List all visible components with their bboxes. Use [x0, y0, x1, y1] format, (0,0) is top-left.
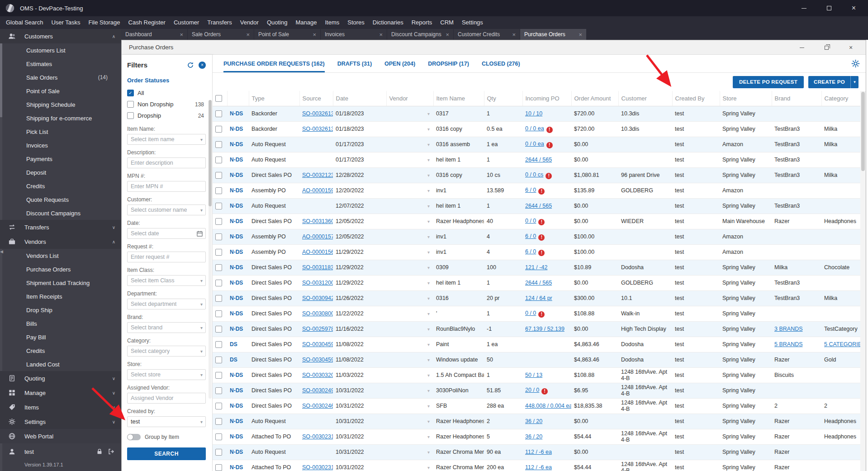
sidebar-item-deposit[interactable]: Deposit — [0, 166, 121, 179]
incoming-po-link[interactable]: 124 / 64 pr — [525, 295, 552, 301]
table-scrollbar[interactable] — [860, 91, 866, 471]
vendor-dropdown-icon[interactable]: ▾ — [427, 173, 431, 178]
row-checkbox[interactable] — [215, 403, 222, 409]
incoming-po-link[interactable]: 6 / 0 — [525, 248, 536, 255]
source-link[interactable]: SO-0031200 — [302, 280, 333, 286]
menu-settings[interactable]: Settings — [458, 16, 487, 29]
sidebar-item-customers-list[interactable]: Customers List — [0, 43, 121, 57]
column-header-customer[interactable]: Customer — [618, 91, 672, 106]
sidebar-item-quote-requests[interactable]: Quote Requests — [0, 193, 121, 206]
filter-input-item-name[interactable]: Select item name▾ — [127, 134, 206, 145]
close-button[interactable]: × — [841, 0, 866, 16]
sidebar-item-pay-bill[interactable]: Pay Bill — [0, 330, 121, 344]
vendor-dropdown-icon[interactable]: ▾ — [427, 157, 431, 162]
user-row[interactable]: test — [0, 445, 121, 458]
sidebar-item-shipment-load-tracking[interactable]: Shipment Load Tracking — [0, 276, 121, 290]
sidebar-item-estimates[interactable]: Estimates — [0, 57, 121, 71]
source-link[interactable]: AO-0000159 — [302, 187, 333, 194]
filter-input-department[interactable]: Select department▾ — [127, 299, 206, 309]
delete-po-request-button[interactable]: DELETE PO REQUEST — [733, 76, 804, 88]
incoming-po-link[interactable]: 2644 / 565 — [525, 280, 552, 286]
row-checkbox[interactable] — [215, 372, 222, 379]
sidebar-item-discount-campaigns[interactable]: Discount Campaigns — [0, 206, 121, 220]
row-checkbox[interactable] — [215, 249, 222, 256]
menu-manage[interactable]: Manage — [291, 16, 321, 29]
incoming-po-link[interactable]: 0 / 0 ea — [525, 125, 544, 132]
filters-scrollbar-thumb[interactable] — [209, 100, 212, 206]
tab-customer-credits[interactable]: Customer Credits× — [454, 29, 520, 40]
create-po-dropdown[interactable]: ▾ — [850, 76, 859, 88]
sidebar-item-invoices[interactable]: Invoices — [0, 138, 121, 152]
row-checkbox[interactable] — [215, 280, 222, 286]
menu-crm[interactable]: CRM — [436, 16, 458, 29]
vendor-dropdown-icon[interactable]: ▾ — [427, 234, 431, 239]
vendor-dropdown-icon[interactable]: ▾ — [427, 434, 431, 439]
source-link[interactable]: SO-0030231 — [302, 464, 333, 471]
filter-text-input[interactable] — [131, 230, 202, 237]
clear-filters-icon[interactable]: × — [199, 62, 206, 69]
vendor-dropdown-icon[interactable]: ▾ — [427, 219, 431, 224]
vendor-dropdown-icon[interactable]: ▾ — [427, 419, 431, 424]
row-checkbox[interactable] — [215, 126, 222, 133]
filter-input-request[interactable] — [127, 252, 206, 262]
lock-icon[interactable] — [96, 448, 103, 455]
tab-close-icon[interactable]: × — [379, 31, 383, 38]
vendor-dropdown-icon[interactable]: ▾ — [427, 250, 431, 255]
tab-sale-orders[interactable]: Sale Orders× — [188, 29, 254, 40]
row-checkbox[interactable] — [215, 387, 222, 394]
row-checkbox[interactable] — [215, 310, 222, 317]
brand-link[interactable]: 5 BRANDS — [774, 341, 803, 347]
source-link[interactable]: SO-0030320 — [302, 372, 333, 378]
sidebar-item-settings[interactable]: Settings∨ — [0, 414, 121, 429]
group-by-item-toggle[interactable] — [127, 434, 141, 440]
column-header-item-name[interactable]: Item Name — [433, 91, 484, 106]
filters-scrollbar[interactable] — [209, 100, 212, 399]
column-header-store[interactable]: Store — [720, 91, 772, 106]
header-checkbox[interactable] — [215, 95, 222, 102]
sidebar-item-quoting[interactable]: Quoting∨ — [0, 371, 121, 385]
sidebar-collapse-icon[interactable]: ◀ — [0, 249, 3, 254]
row-checkbox[interactable] — [215, 418, 222, 425]
row-checkbox[interactable] — [215, 110, 222, 117]
sidebar-item-sale-orders[interactable]: Sale Orders(14) — [0, 71, 121, 84]
tab-purchase-orders[interactable]: Purchase Orders× — [520, 29, 586, 40]
menu-quoting[interactable]: Quoting — [263, 16, 292, 29]
source-link[interactable]: SO-0032613 — [302, 126, 333, 132]
sidebar-item-landed-cost[interactable]: Landed Cost — [0, 357, 121, 371]
incoming-po-link[interactable]: 2644 / 565 — [525, 203, 552, 209]
filter-input-description[interactable] — [127, 157, 206, 168]
incoming-po-link[interactable]: 448.008 / 0.004 ea — [525, 403, 571, 409]
menu-customer[interactable]: Customer — [170, 16, 203, 29]
column-header-vendor[interactable]: Vendor — [386, 91, 433, 106]
tab-close-icon[interactable]: × — [180, 31, 183, 38]
po-tab-closed-276[interactable]: CLOSED (276) — [482, 55, 520, 72]
column-header-source[interactable]: Source — [299, 91, 333, 106]
sidebar-item-credits[interactable]: Credits — [0, 179, 121, 193]
row-checkbox[interactable] — [215, 203, 222, 209]
vendor-dropdown-icon[interactable]: ▾ — [427, 127, 431, 132]
po-tab-open-204[interactable]: OPEN (204) — [384, 55, 415, 72]
row-checkbox[interactable] — [215, 157, 222, 163]
filter-status-dropship[interactable]: Dropship24 — [127, 110, 206, 121]
filter-input-date[interactable] — [127, 228, 206, 239]
tab-dashboard[interactable]: Dashboard× — [121, 29, 187, 40]
tab-close-icon[interactable]: × — [512, 31, 516, 38]
sidebar-item-vendors[interactable]: Vendors∧ — [0, 234, 121, 249]
tab-close-icon[interactable]: × — [579, 31, 582, 38]
source-link[interactable]: SO-0030459 — [302, 357, 333, 363]
menu-stores[interactable]: Stores — [343, 16, 369, 29]
brand-link[interactable]: 3 BRANDS — [774, 326, 803, 332]
source-link[interactable]: SO-0030249 — [302, 387, 333, 394]
tab-close-icon[interactable]: × — [246, 31, 250, 38]
source-link[interactable]: AO-0000156 — [302, 249, 333, 255]
incoming-po-link[interactable]: 20 / 0 — [525, 387, 539, 393]
sidebar-item-manage[interactable]: Manage∨ — [0, 385, 121, 400]
filter-input-created-by[interactable]: test▾ — [127, 416, 206, 427]
column-header-created-by[interactable]: Created By — [672, 91, 720, 106]
incoming-po-link[interactable]: 6 / 0 — [525, 187, 536, 193]
incoming-po-link[interactable]: 0 / 0 — [525, 218, 536, 224]
source-link[interactable]: SO-0030231 — [302, 433, 333, 440]
source-link[interactable]: SO-0030459 — [302, 341, 333, 347]
source-link[interactable]: AO-0000157 — [302, 233, 333, 240]
menu-file-storage[interactable]: File Storage — [84, 16, 124, 29]
